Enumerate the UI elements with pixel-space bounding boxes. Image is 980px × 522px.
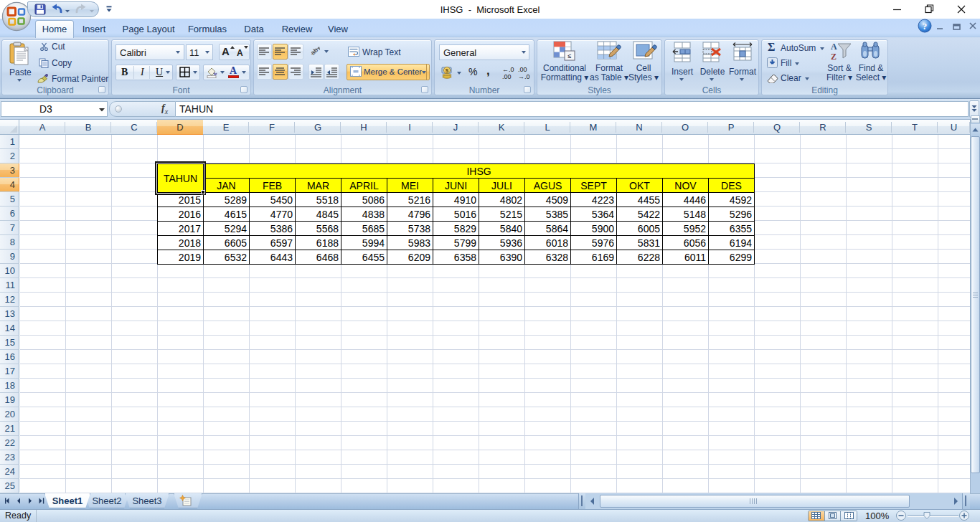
svg-text:$: $ — [446, 67, 449, 74]
svg-text:A: A — [831, 42, 837, 52]
svg-text:≤: ≤ — [568, 52, 572, 60]
svg-text:?: ? — [923, 21, 928, 32]
svg-text:Z: Z — [831, 52, 837, 62]
svg-text:ab: ab — [310, 47, 319, 57]
